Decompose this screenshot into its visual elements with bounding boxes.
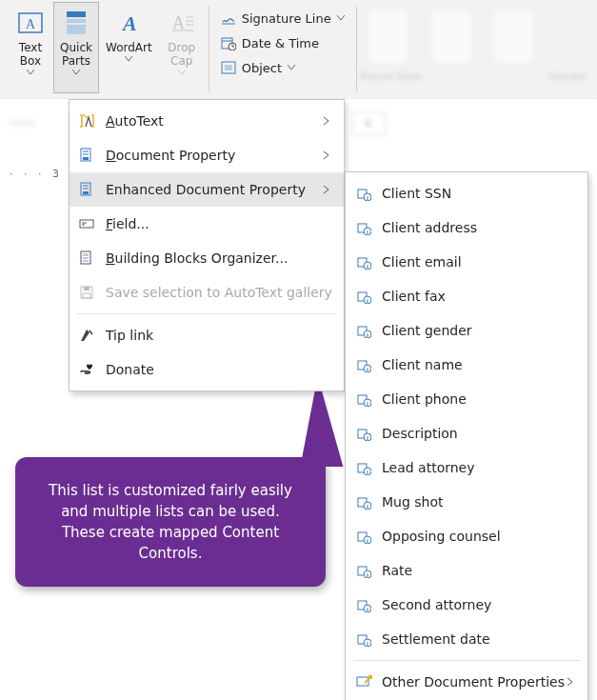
- menu-item-autotext[interactable]: AutoText: [70, 104, 344, 138]
- svg-text:i: i: [367, 640, 368, 647]
- callout-body: This list is customized fairly easily an…: [15, 457, 326, 587]
- submenu-item-other-document-properties[interactable]: Other Document Properties: [346, 665, 587, 699]
- building-blocks-icon: [77, 249, 96, 268]
- menu-divider: [353, 660, 580, 661]
- submenu-item[interactable]: i Client SSN: [346, 176, 587, 210]
- submenu-item-label: Mug shot: [382, 494, 576, 510]
- svg-rect-27: [80, 220, 93, 228]
- submenu-item[interactable]: i Lead attorney: [346, 450, 587, 485]
- menu-item-tip-link[interactable]: Tip link: [70, 318, 344, 352]
- submenu-item[interactable]: i Client address: [346, 210, 587, 245]
- tip-link-icon: [77, 326, 96, 345]
- svg-text:i: i: [367, 469, 368, 475]
- drop-cap-icon: A: [166, 7, 198, 39]
- chevron-down-icon: [72, 70, 80, 77]
- autotext-icon: [77, 111, 96, 130]
- date-time-label: Date & Time: [242, 36, 319, 50]
- submenu-item-label: Description: [382, 426, 576, 441]
- drop-cap-button[interactable]: A Drop Cap: [159, 2, 205, 93]
- submenu-item[interactable]: i Opposing counsel: [346, 519, 587, 553]
- chevron-right-icon: [567, 677, 576, 687]
- menu-item-donate[interactable]: Donate: [70, 352, 344, 387]
- chevron-down-icon: [337, 15, 345, 21]
- wordart-icon: A: [112, 7, 145, 39]
- text-box-icon: A: [14, 7, 47, 39]
- submenu-item[interactable]: i Client phone: [346, 382, 587, 416]
- callout-text-line: and multiple lists can be used.: [61, 503, 280, 520]
- svg-rect-20: [83, 157, 89, 160]
- blurred-ribbon-region: [359, 0, 597, 99]
- callout-annotation: This list is customized fairly easily an…: [15, 457, 326, 587]
- submenu-item[interactable]: i Client fax: [346, 279, 587, 313]
- svg-text:i: i: [367, 194, 368, 201]
- submenu-item-label: Lead attorney: [382, 460, 576, 475]
- svg-text:i: i: [367, 331, 368, 338]
- ribbon: A Text Box Quick Parts A WordArt: [0, 0, 597, 99]
- svg-rect-3: [67, 19, 86, 23]
- menu-item-label: Donate: [106, 362, 332, 377]
- chevron-down-icon: [288, 65, 295, 70]
- submenu-item-label: Opposing counsel: [382, 529, 576, 544]
- submenu-item-label: Client SSN: [382, 186, 576, 201]
- menu-item-document-property[interactable]: Document Property: [70, 138, 344, 172]
- field-icon: [77, 214, 96, 233]
- submenu-item[interactable]: i Mug shot: [346, 485, 587, 519]
- property-icon: i: [355, 562, 372, 579]
- property-icon: i: [355, 596, 372, 613]
- date-time-button[interactable]: Date & Time: [215, 30, 350, 55]
- svg-text:i: i: [367, 400, 368, 407]
- svg-text:i: i: [367, 297, 368, 304]
- quick-parts-button[interactable]: Quick Parts: [53, 2, 99, 93]
- svg-rect-33: [83, 260, 89, 262]
- svg-text:i: i: [367, 434, 368, 441]
- submenu-item[interactable]: i Settlement date: [346, 622, 587, 656]
- svg-text:A: A: [121, 11, 137, 35]
- callout-text-line: This list is customized fairly easily: [49, 482, 292, 499]
- submenu-item[interactable]: i Second attorney: [346, 588, 587, 622]
- property-icon: i: [355, 459, 372, 476]
- property-icon: i: [355, 390, 372, 408]
- save-icon: [77, 283, 96, 302]
- text-box-button[interactable]: A Text Box: [8, 2, 53, 93]
- wordart-button[interactable]: A WordArt: [99, 2, 159, 93]
- submenu-item[interactable]: i Client name: [346, 348, 587, 382]
- submenu-item[interactable]: i Rate: [346, 553, 587, 588]
- calendar-clock-icon: [221, 35, 236, 50]
- submenu-item[interactable]: i Client gender: [346, 313, 587, 348]
- signature-icon: [221, 10, 236, 26]
- svg-rect-36: [83, 293, 90, 298]
- svg-text:i: i: [367, 263, 368, 270]
- submenu-item-label: Client address: [382, 220, 576, 235]
- submenu-item-label: Client phone: [382, 391, 576, 407]
- property-icon: i: [355, 185, 372, 202]
- svg-rect-18: [225, 65, 232, 70]
- chevron-right-icon: [323, 116, 332, 126]
- svg-text:A: A: [26, 17, 36, 31]
- submenu-item[interactable]: i Client email: [346, 245, 587, 279]
- menu-item-building-blocks-organizer[interactable]: Building Blocks Organizer...: [70, 241, 344, 275]
- other-properties-icon: [355, 673, 372, 690]
- menu-item-label: AutoText: [106, 113, 323, 129]
- submenu-item-label: Client fax: [382, 289, 576, 304]
- submenu-item-label: Client gender: [382, 323, 576, 338]
- svg-rect-35: [84, 287, 90, 290]
- svg-rect-31: [83, 253, 89, 256]
- ribbon-text-group: Signature Line Date & Time Object: [213, 2, 352, 84]
- drop-cap-label: Drop Cap: [168, 41, 195, 68]
- menu-item-save-to-autotext: Save selection to AutoText gallery: [70, 275, 344, 310]
- signature-line-button[interactable]: Signature Line: [215, 6, 350, 30]
- svg-text:i: i: [367, 229, 368, 235]
- property-icon: i: [355, 630, 372, 648]
- submenu-item[interactable]: i Description: [346, 416, 587, 450]
- svg-text:i: i: [367, 366, 368, 372]
- submenu-item-label: Second attorney: [382, 597, 576, 612]
- submenu-item-label: Rate: [382, 563, 576, 578]
- quick-parts-menu: AutoText Document Property Enhanced Docu…: [69, 99, 345, 391]
- quick-parts-label: Quick Parts: [60, 41, 92, 68]
- enhanced-document-property-icon: [77, 180, 96, 199]
- enhanced-document-property-submenu: i Client SSN i Client address i Client e…: [345, 171, 588, 700]
- menu-item-enhanced-document-property[interactable]: Enhanced Document Property: [70, 172, 344, 207]
- chevron-right-icon: [323, 185, 332, 194]
- object-button[interactable]: Object: [215, 55, 350, 80]
- menu-item-field[interactable]: Field...: [70, 207, 344, 241]
